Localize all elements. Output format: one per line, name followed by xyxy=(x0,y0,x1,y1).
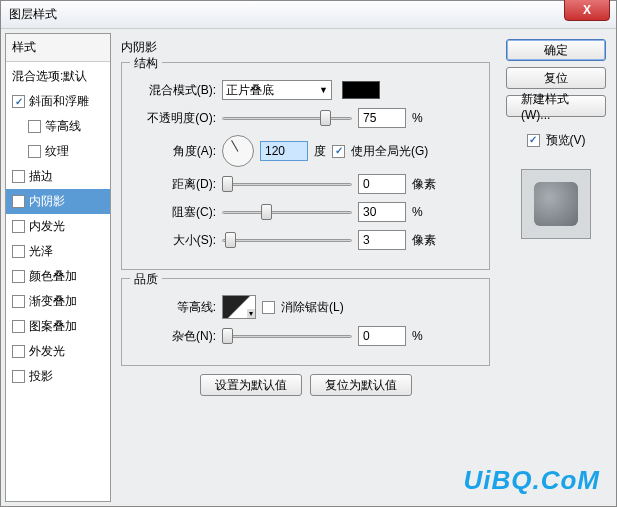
distance-input[interactable] xyxy=(358,174,406,194)
preview-box xyxy=(521,169,591,239)
style-checkbox[interactable] xyxy=(12,220,25,233)
preview-swatch xyxy=(534,182,578,226)
noise-slider[interactable] xyxy=(222,327,352,345)
style-item-label: 等高线 xyxy=(45,118,81,135)
titlebar[interactable]: 图层样式 X xyxy=(1,1,616,29)
antialias-checkbox[interactable] xyxy=(262,301,275,314)
styles-header: 样式 xyxy=(6,34,110,62)
close-icon: X xyxy=(583,3,591,17)
style-item-2[interactable]: 纹理 xyxy=(6,139,110,164)
antialias-label: 消除锯齿(L) xyxy=(281,299,344,316)
style-item-11[interactable]: 投影 xyxy=(6,364,110,389)
distance-slider[interactable] xyxy=(222,175,352,193)
contour-picker[interactable]: ▾ xyxy=(222,295,256,319)
style-item-label: 内发光 xyxy=(29,218,65,235)
blend-options-label: 混合选项:默认 xyxy=(12,68,87,85)
chevron-down-icon: ▾ xyxy=(247,309,255,318)
style-item-label: 描边 xyxy=(29,168,53,185)
global-light-checkbox[interactable] xyxy=(332,145,345,158)
style-item-10[interactable]: 外发光 xyxy=(6,339,110,364)
style-item-label: 外发光 xyxy=(29,343,65,360)
panel-title: 内阴影 xyxy=(121,37,490,62)
style-checkbox[interactable] xyxy=(12,320,25,333)
style-item-1[interactable]: 等高线 xyxy=(6,114,110,139)
new-style-button[interactable]: 新建样式(W)... xyxy=(506,95,606,117)
shadow-color-swatch[interactable] xyxy=(342,81,380,99)
style-item-label: 内阴影 xyxy=(29,193,65,210)
choke-unit: % xyxy=(412,205,442,219)
styles-list: 混合选项:默认 斜面和浮雕等高线纹理描边内阴影内发光光泽颜色叠加渐变叠加图案叠加… xyxy=(6,62,110,391)
structure-fieldset: 结构 混合模式(B): 正片叠底 ▼ 不透明度(O): % 角度( xyxy=(121,62,490,270)
style-checkbox[interactable] xyxy=(28,145,41,158)
choke-slider[interactable] xyxy=(222,203,352,221)
choke-label: 阻塞(C): xyxy=(134,204,216,221)
style-item-9[interactable]: 图案叠加 xyxy=(6,314,110,339)
quality-legend: 品质 xyxy=(130,271,162,288)
style-checkbox[interactable] xyxy=(12,170,25,183)
structure-legend: 结构 xyxy=(130,55,162,72)
style-checkbox[interactable] xyxy=(12,95,25,108)
close-button[interactable]: X xyxy=(564,0,610,21)
opacity-unit: % xyxy=(412,111,442,125)
size-input[interactable] xyxy=(358,230,406,250)
style-checkbox[interactable] xyxy=(28,120,41,133)
blend-mode-combo[interactable]: 正片叠底 ▼ xyxy=(222,80,332,100)
size-unit: 像素 xyxy=(412,232,442,249)
style-item-label: 颜色叠加 xyxy=(29,268,77,285)
style-checkbox[interactable] xyxy=(12,345,25,358)
style-item-4[interactable]: 内阴影 xyxy=(6,189,110,214)
style-item-label: 光泽 xyxy=(29,243,53,260)
style-item-label: 投影 xyxy=(29,368,53,385)
noise-unit: % xyxy=(412,329,442,343)
blend-mode-value: 正片叠底 xyxy=(226,82,274,99)
reset-button[interactable]: 复位 xyxy=(506,67,606,89)
preview-label: 预览(V) xyxy=(546,132,586,149)
action-panel: 确定 复位 新建样式(W)... 预览(V) xyxy=(500,33,612,502)
content-area: 样式 混合选项:默认 斜面和浮雕等高线纹理描边内阴影内发光光泽颜色叠加渐变叠加图… xyxy=(1,29,616,506)
noise-label: 杂色(N): xyxy=(134,328,216,345)
angle-unit: 度 xyxy=(314,143,326,160)
opacity-input[interactable] xyxy=(358,108,406,128)
style-checkbox[interactable] xyxy=(12,295,25,308)
opacity-label: 不透明度(O): xyxy=(134,110,216,127)
set-default-button[interactable]: 设置为默认值 xyxy=(200,374,302,396)
reset-default-button[interactable]: 复位为默认值 xyxy=(310,374,412,396)
ok-button[interactable]: 确定 xyxy=(506,39,606,61)
opacity-slider[interactable] xyxy=(222,109,352,127)
style-item-label: 渐变叠加 xyxy=(29,293,77,310)
angle-input[interactable] xyxy=(260,141,308,161)
style-checkbox[interactable] xyxy=(12,270,25,283)
chevron-down-icon: ▼ xyxy=(319,85,328,95)
distance-unit: 像素 xyxy=(412,176,442,193)
global-light-label: 使用全局光(G) xyxy=(351,143,428,160)
style-item-0[interactable]: 斜面和浮雕 xyxy=(6,89,110,114)
blend-mode-label: 混合模式(B): xyxy=(134,82,216,99)
style-item-5[interactable]: 内发光 xyxy=(6,214,110,239)
noise-input[interactable] xyxy=(358,326,406,346)
angle-label: 角度(A): xyxy=(134,143,216,160)
style-item-label: 纹理 xyxy=(45,143,69,160)
window-title: 图层样式 xyxy=(9,6,57,23)
style-item-label: 图案叠加 xyxy=(29,318,77,335)
style-item-7[interactable]: 颜色叠加 xyxy=(6,264,110,289)
layer-style-dialog: 图层样式 X 样式 混合选项:默认 斜面和浮雕等高线纹理描边内阴影内发光光泽颜色… xyxy=(0,0,617,507)
choke-input[interactable] xyxy=(358,202,406,222)
watermark: UiBQ.CoM xyxy=(463,465,600,496)
distance-label: 距离(D): xyxy=(134,176,216,193)
style-item-8[interactable]: 渐变叠加 xyxy=(6,289,110,314)
styles-list-panel: 样式 混合选项:默认 斜面和浮雕等高线纹理描边内阴影内发光光泽颜色叠加渐变叠加图… xyxy=(5,33,111,502)
style-checkbox[interactable] xyxy=(12,245,25,258)
blend-options-item[interactable]: 混合选项:默认 xyxy=(6,64,110,89)
style-item-6[interactable]: 光泽 xyxy=(6,239,110,264)
quality-fieldset: 品质 等高线: ▾ 消除锯齿(L) 杂色(N): % xyxy=(121,278,490,366)
style-checkbox[interactable] xyxy=(12,370,25,383)
style-checkbox[interactable] xyxy=(12,195,25,208)
style-item-3[interactable]: 描边 xyxy=(6,164,110,189)
contour-label: 等高线: xyxy=(134,299,216,316)
preview-checkbox[interactable] xyxy=(527,134,540,147)
style-item-label: 斜面和浮雕 xyxy=(29,93,89,110)
size-label: 大小(S): xyxy=(134,232,216,249)
settings-panel: 内阴影 结构 混合模式(B): 正片叠底 ▼ 不透明度(O): % xyxy=(115,33,496,502)
angle-dial[interactable] xyxy=(222,135,254,167)
size-slider[interactable] xyxy=(222,231,352,249)
